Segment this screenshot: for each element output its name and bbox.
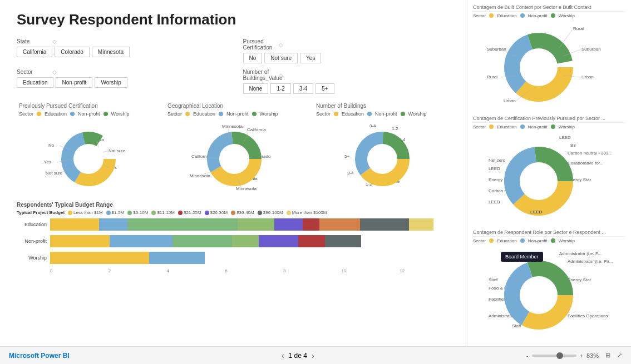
state-filter-label: State <box>17 38 50 44</box>
ws-seg-1 <box>50 252 149 264</box>
bc-wp-dot <box>551 13 555 18</box>
zoom-thumb[interactable] <box>556 352 563 359</box>
np-seg-6 <box>298 235 325 247</box>
cert-sector-label: Sector <box>473 124 486 129</box>
bld-legend-nonprofit: Non-profit <box>375 111 397 117</box>
np-seg-2 <box>110 235 172 247</box>
bc-wp-label: Worship <box>559 13 575 18</box>
svg-text:Staff: Staff <box>489 277 498 282</box>
sector-filter-group: Sector ◇ Education Non-profit Worship <box>17 69 232 88</box>
pursued-chip-notsure[interactable]: Not sure <box>264 53 298 63</box>
cert-wp-label: Worship <box>559 124 575 129</box>
budget-bar-chart: Education Non-p <box>17 218 458 273</box>
state-chip-minnesota[interactable]: Minnesota <box>92 47 130 57</box>
budget-legend-96-100m: $96-100M <box>258 210 283 215</box>
state-chip-california[interactable]: California <box>17 47 52 57</box>
pursued-chips: No Not sure Yes <box>243 53 459 63</box>
education-bar-row: Education <box>17 218 458 231</box>
svg-text:Rural: Rural <box>487 74 497 79</box>
geo-legend-education-dot <box>185 112 190 116</box>
state-chip-colorado[interactable]: Colorado <box>55 47 90 57</box>
svg-text:Staff: Staff <box>512 323 521 328</box>
pursued-chip-no[interactable]: No <box>243 53 263 63</box>
legend-nonprofit-label: Non-profit <box>78 111 100 117</box>
cert-np-dot <box>520 124 525 129</box>
legend-nonprofit-dot <box>70 112 75 116</box>
svg-text:3-4: 3-4 <box>369 123 376 128</box>
svg-text:LEED: LEED <box>530 210 543 215</box>
right-panel: Contagem de Built Context por Sector e B… <box>467 0 631 364</box>
previously-pursued-chart: Previously Pursued Certification Sector … <box>17 101 161 196</box>
6-10m-dot <box>127 211 132 215</box>
page-title: Survey Respondent Information <box>17 11 458 28</box>
bld-legend-worship: Worship <box>408 111 427 117</box>
buildings-chip-none[interactable]: None <box>243 83 269 94</box>
svg-text:LEED: LEED <box>489 166 500 171</box>
buildings-chip-3-4[interactable]: 3-4 <box>293 83 313 94</box>
svg-text:Urban: Urban <box>581 74 594 79</box>
budget-section-title: Respondents' Typical Budget Range <box>17 202 458 208</box>
powerbi-link[interactable]: Microsoft Power BI <box>9 352 70 360</box>
bc-edu-dot <box>489 13 494 18</box>
pursued-chip-yes[interactable]: Yes <box>300 53 321 63</box>
bc-np-dot <box>520 13 525 18</box>
previously-pursued-title: Previously Pursued Certification <box>19 103 159 109</box>
svg-point-89 <box>522 278 555 312</box>
zoom-slider[interactable] <box>532 355 576 357</box>
26-30m-label: $26-30M <box>210 210 228 215</box>
sector-filter-label: Sector <box>17 69 50 75</box>
axis-8: 8 <box>283 268 342 273</box>
expand-icon[interactable]: ⤢ <box>617 352 622 359</box>
96-100m-dot <box>258 211 262 215</box>
geographical-legend: Sector Education Non-profit Worship <box>167 111 307 117</box>
prev-page-button[interactable]: ‹ <box>282 351 284 360</box>
budget-legend-less1m: Less than $1M <box>68 210 102 215</box>
sector-chip-nonprofit[interactable]: Non-profit <box>56 77 92 88</box>
budget-legend-11-15m: $11-15M <box>151 210 175 215</box>
buildings-chip-1-2[interactable]: 1-2 <box>270 83 290 94</box>
state-filter-group: State ◇ California Colorado Minnesota <box>17 38 232 57</box>
edu-seg-8 <box>360 218 409 231</box>
budget-legend-more100m: More than $100M <box>287 210 327 215</box>
next-page-button[interactable]: › <box>312 351 314 360</box>
nonprofit-bar-track <box>50 235 381 247</box>
sector-chip-education[interactable]: Education <box>17 77 53 88</box>
built-context-donut: Rural Suburban Urban Suburban Rural Urba… <box>473 20 626 109</box>
svg-text:Collaborative for...: Collaborative for... <box>568 161 603 166</box>
role-edu-dot <box>489 238 494 243</box>
zoom-minus[interactable]: - <box>526 352 529 359</box>
buildings-filter-group: Number of Buildings_Value ◇ None 1-2 3-4… <box>243 69 459 94</box>
svg-text:3-4: 3-4 <box>347 171 354 176</box>
pursued-filter-icon: ◇ <box>279 42 283 48</box>
zoom-plus[interactable]: + <box>580 352 583 359</box>
state-chips: California Colorado Minnesota <box>17 47 232 57</box>
svg-text:B3: B3 <box>570 143 576 148</box>
geo-sector-label: Sector <box>167 111 182 117</box>
legend-education-label: Education <box>45 111 67 117</box>
role-sector-label: Sector <box>473 238 486 243</box>
certification-title: Contagem de Certification Previously Pur… <box>473 116 625 123</box>
page-indicator: 1 de 4 <box>289 352 307 360</box>
role-np-label: Non-profit <box>528 238 548 243</box>
budget-section: Respondents' Typical Budget Range Typica… <box>17 202 458 273</box>
bc-edu-label: Education <box>497 13 517 18</box>
6-10m-label: $6-10M <box>133 210 148 215</box>
less1m-label: Less than $1M <box>73 210 102 215</box>
sector-chip-worship[interactable]: Worship <box>95 77 127 88</box>
nonprofit-bar-label: Non-profit <box>17 238 50 244</box>
96-100m-label: $96-100M <box>263 210 283 215</box>
np-seg-3 <box>172 235 232 247</box>
respondent-role-legend: Sector Education Non-profit Worship <box>473 238 625 243</box>
axis-10: 10 <box>342 268 400 273</box>
np-seg-4 <box>232 235 259 247</box>
more100m-label: More than $100M <box>292 210 327 215</box>
fit-icon[interactable]: ⊞ <box>605 352 610 359</box>
svg-text:Carbon neutral - 203...: Carbon neutral - 203... <box>568 151 612 156</box>
bld-legend-education: Education <box>342 111 364 117</box>
geo-legend-worship-dot <box>252 112 257 116</box>
svg-point-26 <box>221 146 248 172</box>
buildings-chip-5plus[interactable]: 5+ <box>316 83 334 94</box>
edu-seg-1 <box>50 218 99 231</box>
buildings-donut: 1-2 3-4 3-4 5+ None 1-2 3-4 5+ 3-4 <box>316 119 456 194</box>
education-bar-track <box>50 218 458 231</box>
